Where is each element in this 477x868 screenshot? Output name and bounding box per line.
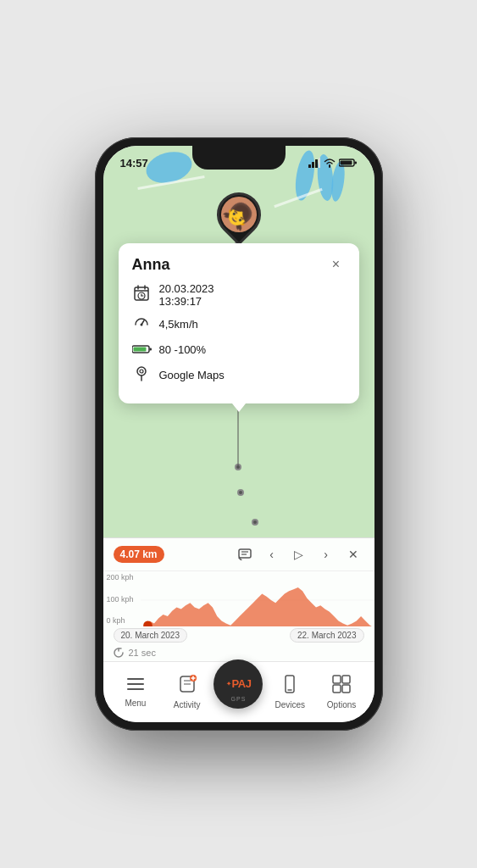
paj-gps-label: GPS: [231, 696, 247, 702]
paj-logo: PAJ: [232, 677, 252, 690]
battery-status-icon: [132, 341, 151, 359]
svg-rect-41: [333, 676, 341, 683]
calendar-icon: [132, 285, 151, 306]
status-icons: [308, 158, 358, 168]
chart-labels: 200 kph 100 kph 0 kph: [103, 571, 134, 626]
info-popup: Anna ×: [119, 243, 359, 403]
nav-activity[interactable]: Activity: [161, 675, 213, 709]
bottom-nav: Menu Activity: [103, 661, 374, 722]
popup-battery: 80 -100%: [159, 343, 207, 356]
message-button[interactable]: [234, 543, 256, 565]
devices-label: Devices: [275, 700, 306, 709]
phone-frame: 14:57: [95, 137, 383, 731]
options-icon: [332, 675, 351, 698]
wifi-icon: [324, 158, 336, 168]
notch: [192, 146, 286, 170]
distance-badge: 4.07 km: [114, 546, 164, 563]
options-label: Options: [327, 700, 356, 709]
svg-rect-43: [333, 685, 341, 693]
pin-avatar: 👧: [221, 197, 257, 232]
popup-close-button[interactable]: ×: [327, 255, 346, 274]
svg-rect-42: [342, 676, 350, 683]
svg-point-15: [140, 324, 142, 326]
popup-battery-row: 80 -100%: [132, 341, 346, 359]
svg-rect-3: [319, 158, 320, 168]
popup-header: Anna ×: [132, 255, 346, 274]
close-chart-button[interactable]: ✕: [342, 543, 364, 565]
chart-dates: 20. March 2023 22. March 2023: [103, 626, 374, 646]
signal-icon: [308, 158, 320, 168]
svg-rect-18: [149, 348, 152, 351]
svg-point-20: [140, 370, 143, 373]
phone-screen: 14:57: [103, 146, 374, 722]
track-dot-4: [237, 489, 244, 496]
svg-rect-22: [239, 549, 251, 558]
popup-title: Anna: [132, 256, 170, 274]
nav-options[interactable]: Options: [316, 675, 368, 709]
chart-toolbar: 4.07 km ‹ ▷ › ✕: [103, 538, 374, 571]
activity-icon: [178, 675, 197, 698]
svg-rect-6: [354, 162, 357, 164]
location-pin: 👧: [217, 192, 261, 245]
nav-devices[interactable]: Devices: [264, 675, 316, 709]
svg-rect-44: [342, 685, 350, 693]
popup-map-service: Google Maps: [159, 369, 225, 381]
next-button[interactable]: ›: [315, 543, 337, 565]
battery-icon: [339, 158, 358, 168]
activity-label: Activity: [174, 700, 201, 709]
popup-date: 20.03.2023: [159, 282, 214, 295]
chart-container: 4.07 km ‹ ▷ › ✕ 200 kph: [103, 537, 374, 663]
svg-rect-0: [308, 164, 311, 168]
map-service-icon: [132, 364, 151, 386]
chart-label-0: 0 kph: [103, 616, 134, 625]
chart-svg: [141, 571, 374, 626]
menu-icon: [126, 676, 145, 696]
nav-center: ✦ PAJ GPS: [213, 676, 264, 709]
menu-label: Menu: [125, 698, 146, 708]
svg-rect-2: [315, 159, 318, 168]
chart-date-left: 20. March 2023: [114, 628, 188, 643]
svg-point-19: [137, 367, 146, 376]
track-dot-5: [252, 519, 258, 526]
paj-button[interactable]: ✦ PAJ GPS: [214, 659, 263, 709]
chart-area: 200 kph 100 kph 0 kph: [103, 571, 374, 626]
svg-rect-17: [133, 348, 146, 352]
svg-rect-5: [340, 161, 352, 165]
popup-arrow: [232, 403, 246, 412]
refresh-icon: [114, 648, 124, 658]
chart-label-100: 100 kph: [103, 595, 134, 604]
popup-datetime-row: 20.03.2023 13:39:17: [132, 282, 346, 308]
popup-time: 13:39:17: [159, 295, 214, 308]
nav-menu[interactable]: Menu: [110, 676, 162, 708]
chart-date-right: 22. March 2023: [290, 628, 364, 643]
chart-label-200: 200 kph: [103, 573, 134, 581]
popup-map-row: Google Maps: [132, 364, 346, 386]
refresh-label: 21 sec: [129, 648, 156, 658]
pin-body: 👧: [208, 183, 270, 246]
devices-icon: [281, 675, 298, 698]
play-button[interactable]: ▷: [288, 543, 310, 565]
popup-speed-row: 4,5km/h: [132, 314, 346, 335]
speed-icon: [132, 314, 151, 335]
svg-rect-1: [312, 162, 314, 168]
popup-speed: 4,5km/h: [159, 318, 198, 331]
prev-button[interactable]: ‹: [261, 543, 283, 565]
status-time: 14:57: [120, 157, 148, 170]
popup-datetime: 20.03.2023 13:39:17: [159, 282, 214, 308]
